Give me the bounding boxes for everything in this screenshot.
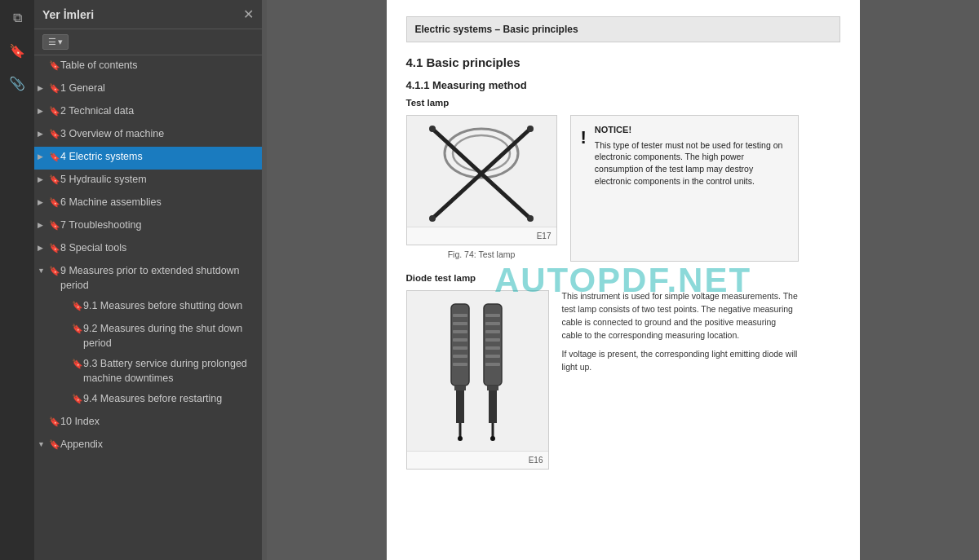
- bookmark-1: 🔖: [49, 82, 60, 95]
- diode-row: E16 This instrument is used for simple v…: [406, 290, 840, 470]
- svg-point-12: [458, 436, 463, 441]
- bookmarks-icon[interactable]: 🔖: [6, 39, 29, 62]
- svg-rect-17: [453, 346, 467, 350]
- sidebar-item-6-assemblies[interactable]: ▶ 🔖 6 Machine assemblies: [34, 192, 262, 215]
- arrow-toc: [38, 60, 49, 71]
- sidebar-tree: 🔖 Table of contents ▶ 🔖 1 General ▶ 🔖 2 …: [34, 55, 262, 560]
- svg-rect-15: [453, 330, 467, 333]
- svg-rect-14: [453, 322, 467, 325]
- svg-rect-25: [485, 314, 500, 317]
- sidebar-item-9-1[interactable]: 🔖 9.1 Measures before shutting down: [34, 296, 262, 319]
- svg-point-4: [429, 126, 436, 132]
- label-8: 8 Special tools: [60, 241, 257, 256]
- pages-icon[interactable]: ⧉: [6, 7, 29, 29]
- document-header-text: Electric systems – Basic principles: [415, 24, 578, 35]
- diode-label: Diode test lamp: [406, 271, 840, 285]
- svg-rect-16: [453, 338, 467, 342]
- document-page: Electric systems – Basic principles 4.1 …: [387, 0, 860, 560]
- svg-rect-10: [456, 390, 464, 423]
- sidebar-toolbar: ☰ ▾: [34, 29, 262, 55]
- sidebar-item-9-measures[interactable]: ▼ 🔖 9 Measures prior to extended shutdow…: [34, 261, 262, 296]
- arrow-6: ▶: [38, 197, 49, 208]
- svg-rect-28: [485, 338, 500, 342]
- test-lamp-label: Test lamp: [406, 96, 840, 110]
- main-content-area: AUTOPDF.NET Electric systems – Basic pri…: [267, 0, 979, 560]
- subsection-title: 4.1.1 Measuring method: [406, 77, 840, 94]
- svg-rect-9: [454, 386, 466, 390]
- svg-point-7: [527, 215, 534, 222]
- diode-text2: If voltage is present, the corresponding…: [562, 348, 799, 374]
- svg-rect-13: [453, 314, 467, 317]
- sidebar-item-1-general[interactable]: ▶ 🔖 1 General: [34, 78, 262, 101]
- label-9-3: 9.3 Battery service during prolonged mac…: [83, 357, 257, 386]
- fig74-id: E17: [407, 227, 556, 245]
- sidebar-item-3-overview[interactable]: ▶ 🔖 3 Overview of machine: [34, 124, 262, 147]
- left-toolbar: ⧉ 🔖 📎: [0, 0, 34, 560]
- bookmark-toc: 🔖: [49, 60, 60, 72]
- attachment-icon[interactable]: 📎: [6, 72, 29, 95]
- sidebar-item-7-troubleshooting[interactable]: ▶ 🔖 7 Troubleshooting: [34, 215, 262, 238]
- sidebar-item-appendix[interactable]: ▼ 🔖 Appendix: [34, 434, 262, 457]
- arrow-2: ▶: [38, 106, 49, 117]
- sidebar-item-10-index[interactable]: 🔖 10 Index: [34, 412, 262, 434]
- svg-rect-29: [485, 346, 500, 350]
- svg-point-24: [490, 436, 495, 441]
- bookmark-7: 🔖: [49, 219, 60, 231]
- test-lamp-placeholder: [407, 115, 556, 227]
- sidebar-item-5-hydraulic[interactable]: ▶ 🔖 5 Hydraulic system: [34, 170, 262, 192]
- notice-exclamation-icon: !: [581, 126, 587, 253]
- label-6: 6 Machine assemblies: [60, 196, 257, 210]
- bookmark-9-2: 🔖: [72, 323, 83, 335]
- test-lamp-row: E17 Fig. 74: Test lamp ! NOTICE! This ty…: [406, 115, 840, 262]
- svg-rect-31: [485, 363, 500, 366]
- svg-rect-27: [485, 330, 500, 333]
- label-7: 7 Troubleshooting: [60, 218, 257, 233]
- svg-rect-18: [453, 355, 467, 358]
- section-title: 4.1 Basic principles: [406, 54, 840, 73]
- label-5: 5 Hydraulic system: [60, 173, 257, 187]
- label-9: 9 Measures prior to extended shutdown pe…: [60, 264, 257, 293]
- arrow-9-3: [60, 359, 72, 369]
- sidebar-item-9-2[interactable]: 🔖 9.2 Measures during the shut down peri…: [34, 319, 262, 354]
- sidebar-menu-button[interactable]: ☰ ▾: [42, 34, 69, 50]
- fig74-caption: Fig. 74: Test lamp: [448, 249, 516, 262]
- bookmark-9-1: 🔖: [72, 300, 83, 312]
- diode-section: Diode test lamp: [406, 271, 840, 470]
- diode-fig-id: E16: [407, 451, 548, 469]
- diode-placeholder: [407, 291, 548, 451]
- sidebar-item-9-3[interactable]: 🔖 9.3 Battery service during prolonged m…: [34, 354, 262, 389]
- arrow-9-2: [60, 324, 72, 334]
- label-4: 4 Electric systems: [60, 150, 257, 165]
- label-9-1: 9.1 Measures before shutting down: [83, 299, 257, 314]
- diode-text1: This instrument is used for simple volta…: [562, 290, 799, 342]
- notice-box: ! NOTICE! This type of tester must not b…: [570, 115, 799, 262]
- bookmark-appendix: 🔖: [49, 439, 60, 451]
- sidebar-item-9-4[interactable]: 🔖 9.4 Measures before restarting: [34, 389, 262, 412]
- label-9-4: 9.4 Measures before restarting: [83, 392, 257, 407]
- label-1: 1 General: [60, 82, 257, 96]
- sidebar-close-button[interactable]: ✕: [243, 7, 254, 22]
- arrow-appendix: ▼: [38, 439, 49, 450]
- sidebar-item-2-technical[interactable]: ▶ 🔖 2 Technical data: [34, 101, 262, 124]
- label-2: 2 Technical data: [60, 104, 257, 119]
- arrow-9-1: [60, 301, 72, 311]
- svg-rect-26: [485, 322, 500, 325]
- sidebar-item-toc[interactable]: 🔖 Table of contents: [34, 55, 262, 78]
- bookmark-9: 🔖: [49, 265, 60, 277]
- label-3: 3 Overview of machine: [60, 127, 257, 142]
- bookmark-8: 🔖: [49, 242, 60, 254]
- bookmark-2: 🔖: [49, 105, 60, 117]
- svg-rect-22: [489, 390, 497, 423]
- sidebar-header: Yer İmleri ✕: [34, 0, 262, 29]
- arrow-9-4: [60, 394, 72, 404]
- sidebar-item-8-special[interactable]: ▶ 🔖 8 Special tools: [34, 238, 262, 261]
- arrow-7: ▶: [38, 220, 49, 231]
- bookmark-3: 🔖: [49, 128, 60, 140]
- svg-rect-30: [485, 355, 500, 358]
- diode-side-text: This instrument is used for simple volta…: [562, 290, 799, 470]
- sidebar-item-4-electric[interactable]: ▶ 🔖 4 Electric systems: [34, 147, 262, 170]
- toc-label: Table of contents: [60, 59, 257, 73]
- notice-text: This type of tester must not be used for…: [595, 139, 788, 187]
- bookmark-10: 🔖: [49, 416, 60, 428]
- document-header-bar: Electric systems – Basic principles: [406, 16, 840, 42]
